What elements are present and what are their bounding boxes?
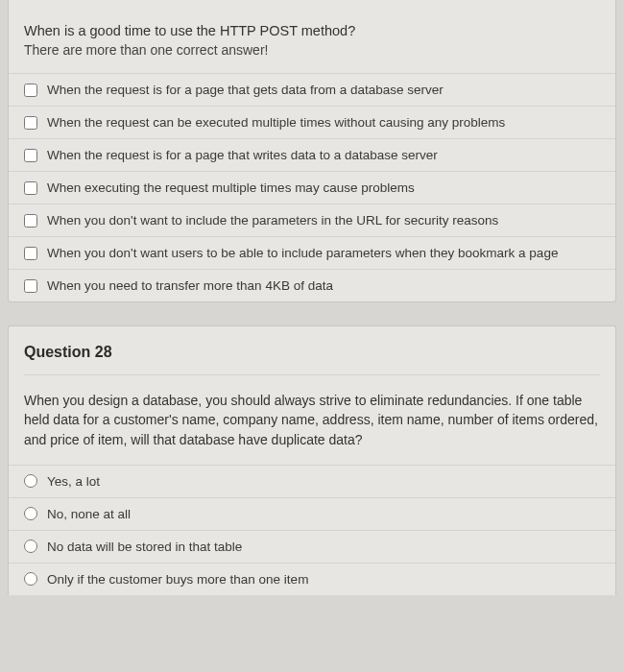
q28-option-1[interactable]: No, none at all bbox=[9, 497, 615, 530]
q27-option-label-0: When the request is for a page that gets… bbox=[47, 83, 444, 97]
q27-option-label-1: When the request can be executed multipl… bbox=[47, 115, 505, 130]
q28-option-label-3: Only if the customer buys more than one … bbox=[47, 572, 308, 587]
question-28-label: Question 28 bbox=[24, 340, 600, 375]
q27-option-2[interactable]: When the request is for a page that writ… bbox=[9, 138, 615, 171]
q27-checkbox-6[interactable] bbox=[24, 279, 37, 293]
question-28-text: When you design a database, you should a… bbox=[24, 391, 600, 449]
question-27-options: When the request is for a page that gets… bbox=[9, 73, 615, 301]
q27-checkbox-4[interactable] bbox=[24, 214, 37, 228]
q27-option-0[interactable]: When the request is for a page that gets… bbox=[9, 73, 615, 106]
q28-option-label-0: Yes, a lot bbox=[47, 474, 100, 489]
q27-option-1[interactable]: When the request can be executed multipl… bbox=[9, 106, 615, 138]
q27-option-label-2: When the request is for a page that writ… bbox=[47, 148, 438, 162]
question-28-options: Yes, a lot No, none at all No data will … bbox=[9, 465, 615, 595]
q27-option-label-5: When you don't want users to be able to … bbox=[47, 246, 558, 260]
q27-option-5[interactable]: When you don't want users to be able to … bbox=[9, 236, 615, 269]
question-27-block: When is a good time to use the HTTP POST… bbox=[8, 0, 616, 302]
q27-option-label-6: When you need to transfer more than 4KB … bbox=[47, 278, 333, 293]
q27-option-6[interactable]: When you need to transfer more than 4KB … bbox=[9, 269, 615, 301]
q27-checkbox-1[interactable] bbox=[24, 116, 37, 130]
q27-option-label-4: When you don't want to include the param… bbox=[47, 213, 498, 228]
q27-checkbox-2[interactable] bbox=[24, 149, 37, 162]
question-28-block: Question 28 When you design a database, … bbox=[8, 325, 616, 595]
q28-option-2[interactable]: No data will be stored in that table bbox=[9, 530, 615, 563]
q27-option-label-3: When executing the request multiple time… bbox=[47, 180, 415, 195]
q28-option-label-2: No data will be stored in that table bbox=[47, 540, 242, 554]
q28-radio-0[interactable] bbox=[24, 474, 37, 488]
q27-option-3[interactable]: When executing the request multiple time… bbox=[9, 171, 615, 204]
q27-checkbox-0[interactable] bbox=[24, 84, 37, 97]
question-27-heading: When is a good time to use the HTTP POST… bbox=[24, 23, 600, 38]
q27-option-4[interactable]: When you don't want to include the param… bbox=[9, 204, 615, 236]
q28-radio-3[interactable] bbox=[24, 572, 37, 586]
question-27-note: There are more than one correct answer! bbox=[24, 42, 600, 58]
q28-option-0[interactable]: Yes, a lot bbox=[9, 465, 615, 497]
q27-checkbox-5[interactable] bbox=[24, 247, 37, 260]
q28-option-label-1: No, none at all bbox=[47, 507, 131, 521]
q28-radio-2[interactable] bbox=[24, 540, 37, 553]
q28-radio-1[interactable] bbox=[24, 507, 37, 520]
q27-checkbox-3[interactable] bbox=[24, 181, 37, 195]
q28-option-3[interactable]: Only if the customer buys more than one … bbox=[9, 563, 615, 595]
